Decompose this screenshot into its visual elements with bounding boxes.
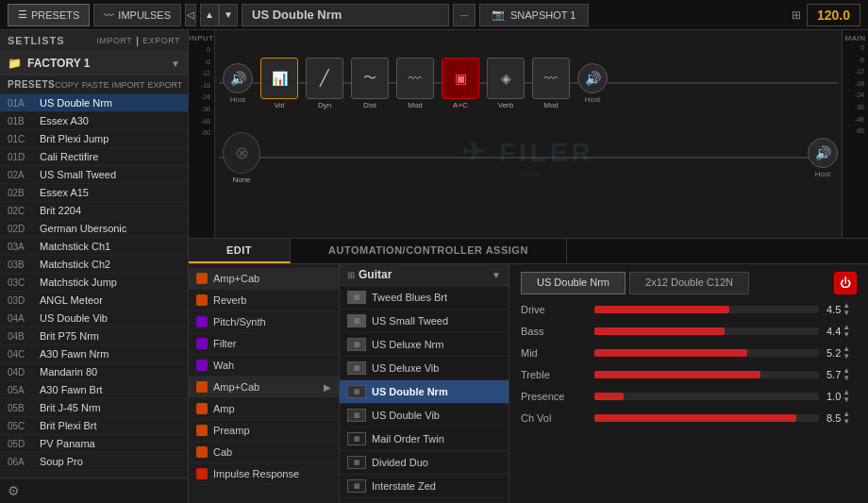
settings-gear-icon[interactable]: ⚙ (8, 483, 20, 498)
param-arrows[interactable]: ▲ ▼ (843, 367, 850, 382)
preset-item-02b[interactable]: 02B Essex A15 (0, 184, 188, 202)
preset-item-05b[interactable]: 05B Brit J-45 Nrm (0, 399, 188, 417)
preset-up-button[interactable]: ▲ (200, 4, 219, 26)
folder-icon: 📁 (8, 57, 22, 70)
param-arrows[interactable]: ▲ ▼ (843, 411, 850, 426)
amp-dropdown-icon[interactable]: ▼ (492, 270, 501, 280)
presets-button[interactable]: ☰ PRESETS (8, 4, 90, 26)
effect-item-amp3[interactable]: Amp (189, 398, 339, 420)
param-arrows[interactable]: ▲ ▼ (843, 389, 850, 404)
effect-item-preamp[interactable]: Preamp (189, 420, 339, 442)
effect-item-filter[interactable]: Filter (189, 333, 339, 355)
copy-button[interactable]: COPY (55, 80, 79, 90)
amp-item-us-deluxe-vib[interactable]: ▦ US Deluxe Vib (340, 357, 509, 380)
paste-button[interactable]: PASTE (82, 80, 109, 90)
preset-item-03d[interactable]: 03D ANGL Meteor (0, 292, 188, 310)
import2-button[interactable]: IMPORT (112, 80, 145, 90)
effect-item-amp2[interactable]: Amp+Cab ▶ (189, 377, 339, 398)
preset-item-05c[interactable]: 05C Brit Plexi Brt (0, 417, 188, 435)
preset-item-01a[interactable]: 01A US Double Nrm (0, 94, 188, 112)
amp-item-us-double-nrm[interactable]: ▦ US Double Nrm (340, 380, 509, 404)
param-slider-drive[interactable] (594, 306, 819, 313)
param-slider-mid[interactable] (594, 349, 819, 357)
effect-dot (196, 294, 208, 306)
import-button[interactable]: IMPORT (96, 35, 132, 46)
chain-node-mod2[interactable]: 〰 Mod (532, 58, 570, 109)
setlist-selector[interactable]: 📁 FACTORY 1 ▼ (0, 52, 188, 75)
effect-item-pitch[interactable]: Pitch/Synth (189, 311, 339, 333)
param-fill (594, 414, 796, 422)
preset-item-01b[interactable]: 01B Essex A30 (0, 112, 188, 130)
effect-item-cab[interactable]: Cab (189, 442, 339, 463)
params-tab-2[interactable]: 2x12 Double C12N (629, 272, 749, 294)
param-slider-bass[interactable] (594, 327, 819, 335)
amp-item-mail-order-twin[interactable]: ▦ Mail Order Twin (340, 428, 509, 451)
amp-item-divided-duo[interactable]: ▦ Divided Duo (340, 451, 509, 475)
chain-node-host-in[interactable]: 🔊 Host (223, 63, 253, 104)
preset-item-01c[interactable]: 01C Brit Plexi Jump (0, 130, 188, 148)
chain-node-vol[interactable]: 📊 Vol (260, 58, 298, 109)
mod2-icon: 〰 (544, 71, 558, 86)
param-slider-presence[interactable] (594, 393, 819, 400)
preset-item-02d[interactable]: 02D German Ubersonic (0, 220, 188, 238)
preset-item-03c[interactable]: 03C Matchstick Jump (0, 274, 188, 292)
preset-item-03a[interactable]: 03A Matchstick Ch1 (0, 238, 188, 256)
tab-automation[interactable]: AUTOMATION/CONTROLLER ASSIGN (291, 239, 567, 263)
preset-item-04c[interactable]: 04C A30 Fawn Nrm (0, 345, 188, 363)
chain-node-mod1[interactable]: 〰 Mod (396, 58, 434, 109)
power-button[interactable]: ⏻ (834, 272, 857, 294)
preset-name: US Double Nrm (40, 97, 112, 109)
nav-left-button[interactable]: ◁ (185, 4, 196, 26)
params-tab-1[interactable]: US Double Nrm (521, 272, 626, 294)
param-arrows[interactable]: ▲ ▼ (843, 345, 850, 360)
amp-item-interstate-zed[interactable]: ▦ Interstate Zed (340, 475, 509, 498)
preset-name: Matchstick Jump (40, 277, 117, 288)
preset-item-04a[interactable]: 04A US Double Vib (0, 310, 188, 327)
param-value: 8.5 ▲ ▼ (826, 411, 857, 426)
preset-name: Soup Pro (40, 456, 83, 467)
input-label: INPUT (189, 34, 214, 42)
preset-item-02a[interactable]: 02A US Small Tweed (0, 166, 188, 184)
preset-item-04d[interactable]: 04D Mandarin 80 (0, 363, 188, 381)
amp-item-us-small-tweed[interactable]: ▦ US Small Tweed (340, 310, 509, 333)
amp-name: Divided Duo (372, 457, 428, 468)
preset-item-06a[interactable]: 06A Soup Pro (0, 453, 188, 471)
export2-button[interactable]: EXPORT (147, 80, 182, 90)
tab-edit[interactable]: EDIT (189, 239, 291, 263)
impulses-button[interactable]: 〰 IMPULSES (93, 4, 181, 26)
chain-node-host-out[interactable]: 🔊 Host (577, 63, 608, 104)
effect-item-amp[interactable]: Amp+Cab (189, 268, 339, 290)
param-arrows[interactable]: ▲ ▼ (843, 302, 850, 317)
preset-item-02c[interactable]: 02C Brit 2204 (0, 202, 188, 220)
amp-item-us-double-vib[interactable]: ▦ US Double Vib (340, 404, 509, 428)
chain-node-bypass-host[interactable]: 🔊 Host (808, 138, 838, 178)
preset-item-05d[interactable]: 05D PV Panama (0, 435, 188, 453)
export-button[interactable]: EXPORT (142, 35, 180, 46)
chain-node-verb[interactable]: ◈ Verb (487, 58, 525, 109)
snapshot-button[interactable]: 📷 SNAPSHOT 1 (479, 4, 589, 26)
chain-node-bypass[interactable]: ⊗ None (223, 132, 260, 184)
chain-node-dyn[interactable]: ╱ Dyn (306, 58, 343, 109)
param-arrows[interactable]: ▲ ▼ (843, 324, 850, 339)
content: INPUT 0 -6 -12 -18 -24 -36 -48 -60 (189, 30, 868, 503)
amp-item-tweed-blues-brt[interactable]: ▦ Tweed Blues Brt (340, 286, 509, 310)
preset-item-01d[interactable]: 01D Cali Rectifire (0, 148, 188, 166)
param-value: 4.5 ▲ ▼ (826, 302, 857, 317)
more-button[interactable]: ··· (453, 4, 476, 26)
presets-icon: ☰ (18, 8, 27, 21)
preset-code: 01B (8, 116, 34, 126)
chain-node-ac[interactable]: ▣ A+C (442, 58, 479, 109)
effect-item-ir[interactable]: Impulse Response (189, 463, 339, 485)
effect-item-reverb[interactable]: Reverb (189, 290, 339, 311)
chain-node-dist[interactable]: 〜 Dist (351, 58, 389, 109)
preset-name: Essex A15 (40, 187, 89, 198)
preset-item-03b[interactable]: 03B Matchstick Ch2 (0, 256, 188, 274)
param-slider-treble[interactable] (594, 371, 819, 378)
effect-item-wah[interactable]: Wah (189, 355, 339, 377)
amp-item-us-deluxe-nrm[interactable]: ▦ US Deluxe Nrm (340, 333, 509, 357)
param-label: Treble (521, 369, 587, 380)
preset-down-button[interactable]: ▼ (219, 4, 238, 26)
preset-item-05a[interactable]: 05A A30 Fawn Brt (0, 381, 188, 399)
preset-item-04b[interactable]: 04B Brit P75 Nrm (0, 327, 188, 345)
param-slider-ch vol[interactable] (594, 414, 819, 422)
